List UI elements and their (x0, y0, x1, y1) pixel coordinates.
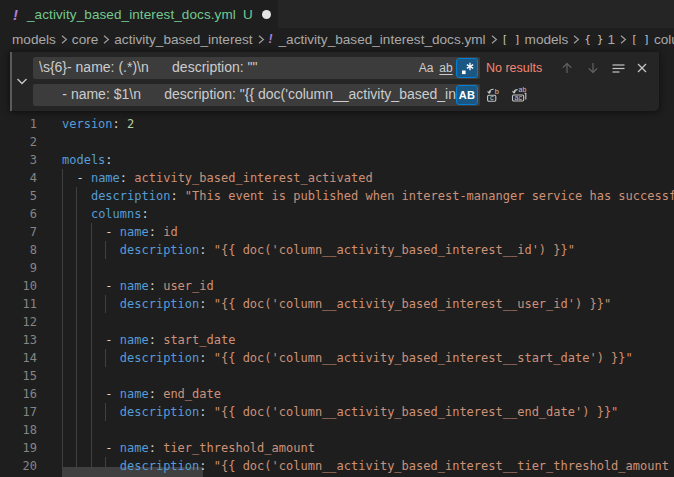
code-line-9[interactable]: 9 (0, 259, 674, 277)
line-number: 9 (0, 259, 37, 277)
find-widget-resize-sash[interactable] (10, 52, 12, 111)
find-input[interactable]: \s{6}- name: (.*)\n description: "" Aa a… (33, 57, 480, 79)
modified-indicator-dot[interactable] (262, 10, 271, 19)
close-icon (635, 61, 649, 75)
tab-active-file[interactable]: ! _activity_based_interest_docs.yml U (0, 0, 278, 28)
code-line-19[interactable]: 19 - name: tier_threshold_amount (0, 439, 674, 457)
breadcrumb-label: models (12, 32, 56, 47)
selection-icon (611, 61, 626, 76)
replace-all-icon: ab ac (510, 87, 528, 103)
chevron-right-icon (489, 33, 499, 46)
replace-options: AB (456, 85, 478, 105)
breadcrumb-item-models[interactable]: models (12, 32, 56, 47)
tab-bar: ! _activity_based_interest_docs.yml U (0, 0, 674, 28)
regex-icon (460, 61, 475, 76)
indent-guide (76, 313, 77, 331)
indent-guide (91, 421, 92, 439)
indent-guide (76, 367, 77, 385)
chevron-right-icon (571, 33, 581, 46)
git-status-badge: U (243, 7, 253, 22)
line-number: 16 (0, 385, 37, 403)
line-number: 17 (0, 403, 37, 421)
code-line-18[interactable]: 18 (0, 421, 674, 439)
indent-guide (62, 421, 63, 439)
code-text: - name: activity_based_interest_activate… (62, 169, 373, 187)
arrow-down-icon (586, 61, 600, 75)
breadcrumb-separator (571, 33, 581, 46)
toggle-replace-button[interactable] (14, 73, 30, 89)
code-text: version: 2 (62, 115, 134, 133)
breadcrumb-label: _activity_based_interest_docs.yml (279, 32, 486, 47)
editor-code-area[interactable]: 1version: 223models:4 - name: activity_b… (0, 50, 674, 477)
match-case-icon: Aa (419, 62, 434, 74)
code-text: - name: start_date (62, 331, 235, 349)
code-line-15[interactable]: 15 (0, 367, 674, 385)
find-in-selection-button[interactable] (608, 58, 628, 78)
code-line-3[interactable]: 3models: (0, 151, 674, 169)
svg-text:ab: ab (519, 87, 527, 93)
replace-button[interactable]: b c (483, 85, 503, 105)
indent-guide (91, 259, 92, 277)
code-text: description: "{{ doc('column__activity_b… (62, 295, 611, 313)
code-line-17[interactable]: 17 description: "{{ doc('column__activit… (0, 403, 674, 421)
arrow-up-icon (560, 61, 574, 75)
replace-all-button[interactable]: ab ac (509, 85, 529, 105)
breadcrumb-label: columns (654, 32, 674, 47)
code-line-1[interactable]: 1version: 2 (0, 115, 674, 133)
code-line-13[interactable]: 13 - name: start_date (0, 331, 674, 349)
indent-guide (76, 259, 77, 277)
code-line-6[interactable]: 6 columns: (0, 205, 674, 223)
line-number: 7 (0, 223, 37, 241)
code-line-2[interactable]: 2 (0, 133, 674, 151)
regex-toggle[interactable] (456, 58, 478, 78)
code-line-8[interactable]: 8 description: "{{ doc('column__activity… (0, 241, 674, 259)
line-number: 13 (0, 331, 37, 349)
code-line-10[interactable]: 10 - name: user_id (0, 277, 674, 295)
code-text: - name: user_id (62, 277, 214, 295)
line-number: 18 (0, 421, 37, 439)
breadcrumb-item-activity_based_interest[interactable]: activity_based_interest (114, 32, 252, 47)
breadcrumb-item-core[interactable]: core (72, 32, 98, 47)
line-number: 20 (0, 457, 37, 475)
line-number: 2 (0, 133, 37, 151)
match-case-toggle[interactable]: Aa (416, 58, 436, 78)
code-line-11[interactable]: 11 description: "{{ doc('column__activit… (0, 295, 674, 313)
code-text: - name: id (62, 223, 178, 241)
next-match-button[interactable] (583, 58, 603, 78)
chevron-right-icon (59, 33, 69, 46)
code-line-20[interactable]: 20 description: "{{ doc('column__activit… (0, 457, 674, 475)
close-find-widget-button[interactable] (632, 58, 652, 78)
find-results-count: No results (486, 57, 542, 79)
whole-word-toggle[interactable]: ab (436, 58, 456, 78)
svg-text:ac: ac (515, 94, 523, 101)
line-number: 10 (0, 277, 37, 295)
preserve-case-toggle[interactable]: AB (456, 85, 478, 105)
code-line-7[interactable]: 7 - name: id (0, 223, 674, 241)
code-line-12[interactable]: 12 (0, 313, 674, 331)
code-line-5[interactable]: 5 description: "This event is published … (0, 187, 674, 205)
symbol-object-icon: { } (584, 33, 603, 45)
line-number: 6 (0, 205, 37, 223)
line-number: 19 (0, 439, 37, 457)
replace-input[interactable]: - name: $1\n description: "{{ doc('colum… (33, 84, 480, 106)
indent-guide (91, 367, 92, 385)
breadcrumb-item-models[interactable]: [ ]models (502, 32, 569, 47)
previous-match-button[interactable] (557, 58, 577, 78)
line-number: 5 (0, 187, 37, 205)
preserve-case-icon: AB (459, 90, 476, 101)
breadcrumb-label: 1 (607, 32, 615, 47)
svg-text:b: b (495, 87, 499, 96)
breadcrumb-item-_activity_based_interest_docs.yml[interactable]: !_activity_based_interest_docs.yml (269, 32, 486, 47)
chevron-right-icon (618, 33, 628, 46)
code-line-4[interactable]: 4 - name: activity_based_interest_activa… (0, 169, 674, 187)
code-text: description: "{{ doc('column__activity_b… (62, 457, 669, 475)
indent-guide (76, 421, 77, 439)
find-replace-widget: \s{6}- name: (.*)\n description: "" Aa a… (10, 52, 659, 111)
code-line-14[interactable]: 14 description: "{{ doc('column__activit… (0, 349, 674, 367)
replace-icon: b c (485, 87, 501, 103)
yaml-file-icon: ! (269, 33, 273, 45)
breadcrumb-item-columns[interactable]: [ ]columns (631, 32, 674, 47)
code-text: - name: tier_threshold_amount (62, 439, 315, 457)
breadcrumb-item-1[interactable]: { }1 (584, 32, 615, 47)
code-line-16[interactable]: 16 - name: end_date (0, 385, 674, 403)
